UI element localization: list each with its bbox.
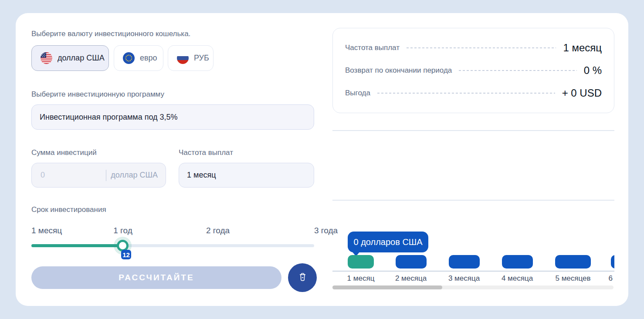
results-summary-card: Частота выплат 1 месяц Возврат по оконча… [332, 28, 614, 113]
ru-flag-icon [177, 52, 189, 64]
frequency-label: Частота выплат [179, 148, 233, 157]
chart-scrollbar-track[interactable] [332, 285, 613, 289]
summary-row-profit: Выгода + 0 USD [345, 87, 602, 99]
chart-category-label: 4 месяца [502, 274, 533, 283]
summary-row-return: Возврат по окончании периода 0 % [345, 64, 602, 77]
chart-category-label: 2 месяца [395, 274, 427, 283]
frequency-select[interactable]: 1 месяц [179, 163, 314, 188]
term-tick-1month: 1 месяц [31, 226, 62, 235]
chart-category-label: 3 месяца [448, 274, 480, 283]
summary-row-label: Частота выплат [345, 44, 400, 52]
term-tick-1year: 1 год [113, 226, 132, 235]
chart-category-label: 5 месяцев [555, 274, 590, 283]
chart-bar-month-3[interactable] [449, 255, 480, 269]
chart-bar-month-6[interactable] [611, 255, 614, 269]
eu-flag-icon [123, 52, 135, 64]
amount-label: Сумма инвестиций [31, 148, 97, 157]
us-flag-icon [41, 52, 52, 64]
chart-tooltip: 0 долларов США [348, 232, 428, 252]
currency-option-label: евро [140, 54, 157, 63]
amount-currency-suffix: доллар США [111, 171, 158, 180]
reset-button[interactable] [288, 263, 317, 292]
chart-category-label: 1 месяц [347, 274, 375, 283]
term-tick-2years: 2 года [206, 226, 230, 235]
calculator-card: Выберите валюту инвестиционного кошелька… [16, 13, 628, 306]
chart-bar-month-4[interactable] [502, 255, 533, 269]
chart-category-label: 6 месяцев [608, 274, 614, 283]
frequency-select-value: 1 месяц [187, 171, 216, 180]
currency-option-usd[interactable]: доллар США [31, 45, 109, 71]
chart-scrollbar-thumb[interactable] [332, 285, 442, 289]
currency-option-eur[interactable]: евро [114, 45, 163, 71]
term-slider-fill [31, 244, 122, 247]
summary-row-frequency: Частота выплат 1 месяц [345, 42, 602, 54]
summary-row-value: + 0 USD [562, 87, 602, 99]
dotted-leader [377, 93, 555, 94]
summary-row-value: 1 месяц [563, 42, 602, 54]
investment-calculator-page: Выберите валюту инвестиционного кошелька… [0, 0, 644, 319]
amount-field: доллар США [31, 163, 166, 188]
chart-bar-month-1[interactable] [348, 255, 374, 269]
currency-option-label: доллар США [58, 54, 105, 63]
payout-bar-chart: 0 долларов США 1 месяц 2 месяца 3 месяца… [332, 228, 614, 292]
chart-bar-month-2[interactable] [396, 255, 427, 269]
summary-row-label: Возврат по окончании периода [345, 66, 452, 75]
summary-row-label: Выгода [345, 89, 370, 97]
trash-icon [297, 271, 308, 284]
program-select[interactable]: Инвестиционная программа под 3,5% [31, 104, 314, 130]
chart-axis-line [332, 271, 614, 272]
dotted-leader [459, 70, 576, 71]
currency-section-label: Выберите валюту инвестиционного кошелька… [31, 30, 190, 38]
chart-bar-month-5[interactable] [555, 255, 591, 269]
summary-row-value: 0 % [584, 64, 602, 77]
calculate-button[interactable]: РАССЧИТАЙТЕ [31, 266, 281, 289]
currency-option-label: РУБ [194, 54, 209, 63]
term-slider-track[interactable] [31, 244, 314, 247]
term-section-label: Срок инвестирования [31, 205, 106, 214]
chart-tooltip-text: 0 долларов США [353, 237, 422, 247]
term-value-badge: 12 [121, 250, 131, 259]
amount-suffix-divider [106, 170, 107, 181]
dotted-leader [407, 47, 556, 48]
program-section-label: Выберите инвестиционную программу [31, 90, 164, 99]
section-divider-bottom [332, 200, 614, 201]
amount-input[interactable] [40, 170, 103, 180]
section-divider-top [332, 130, 614, 131]
currency-option-rub[interactable]: РУБ [168, 45, 214, 71]
program-select-value: Инвестиционная программа под 3,5% [40, 113, 178, 122]
